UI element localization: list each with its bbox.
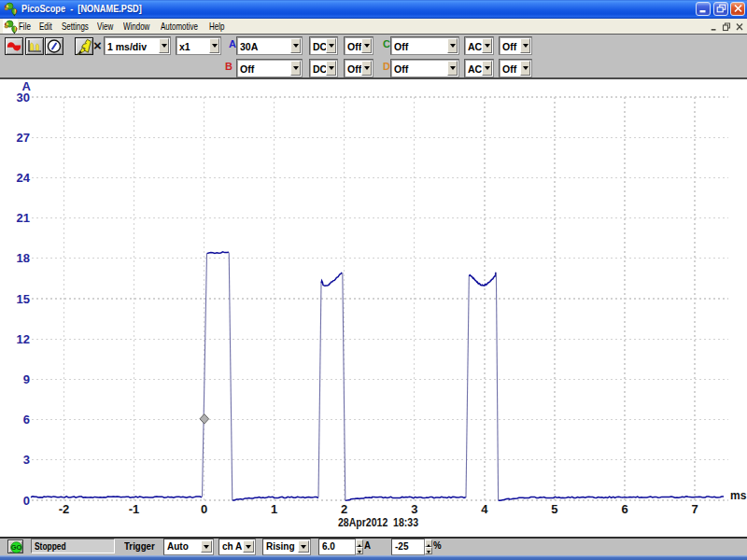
svg-text:6: 6: [23, 413, 30, 427]
svg-text:3: 3: [23, 453, 30, 467]
svg-text:3: 3: [411, 502, 417, 516]
svg-text:4: 4: [481, 502, 488, 516]
svg-text:27: 27: [17, 131, 30, 145]
svg-text:0: 0: [23, 494, 30, 508]
svg-text:ms: ms: [730, 489, 747, 502]
svg-text:-2: -2: [59, 502, 70, 516]
svg-text:6: 6: [621, 502, 627, 516]
svg-text:9: 9: [23, 372, 30, 386]
svg-text:GO: GO: [11, 543, 22, 552]
svg-text:18: 18: [17, 251, 30, 265]
svg-text:0: 0: [201, 502, 207, 516]
svg-text:28Apr2012 18:33: 28Apr2012 18:33: [338, 516, 418, 529]
svg-text:24: 24: [17, 171, 31, 185]
svg-text:21: 21: [17, 211, 30, 225]
svg-text:12: 12: [17, 332, 30, 346]
svg-text:7: 7: [691, 502, 698, 516]
svg-text:-1: -1: [129, 502, 140, 516]
svg-text:15: 15: [17, 292, 30, 306]
svg-text:1: 1: [271, 502, 277, 516]
svg-text:2: 2: [341, 502, 347, 516]
svg-text:5: 5: [551, 502, 557, 516]
svg-text:30: 30: [17, 91, 30, 105]
